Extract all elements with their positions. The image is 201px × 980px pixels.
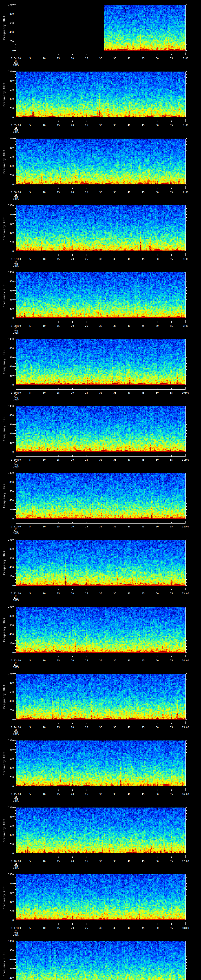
x-tick-label: 45	[142, 124, 145, 126]
y-minor-tick-left	[15, 695, 16, 695]
x-major-tick	[44, 54, 45, 55]
spectrogram-panel-10800: 02004006008001000Frequency (Hz)1:08:0051…	[0, 267, 201, 334]
y-minor-tick-left	[15, 819, 16, 820]
y-tick-label: 0	[3, 584, 14, 587]
y-axis-left	[16, 138, 16, 185]
x-tick-label: 25	[85, 124, 88, 126]
x-major-tick	[171, 455, 172, 457]
y-major-tick-left	[14, 701, 16, 701]
x-tick-label: 20	[71, 726, 74, 729]
y-minor-tick-left	[15, 676, 16, 677]
y-major-tick-right	[186, 701, 187, 701]
y-tick-label: 200	[3, 442, 14, 444]
y-minor-tick-left	[15, 829, 16, 829]
x-tick-label: 40	[128, 57, 130, 60]
x-tick-label: 25	[85, 860, 88, 862]
y-minor-tick-left	[15, 914, 16, 914]
y-minor-tick-right	[186, 497, 187, 498]
y-major-tick-right	[186, 682, 187, 683]
x-tick-label: 25	[85, 191, 88, 194]
y-minor-tick-right	[186, 245, 187, 245]
y-minor-tick-right	[186, 765, 187, 765]
x-tick-label: 35	[113, 191, 116, 194]
y-minor-tick-right	[186, 552, 187, 552]
y-axis-left	[16, 874, 16, 920]
spectrogram-heatmap	[16, 941, 185, 980]
y-minor-tick-right	[186, 8, 187, 8]
y-minor-tick-left	[15, 217, 16, 218]
x-end-tick	[185, 253, 186, 256]
x-major-tick	[44, 522, 45, 523]
x-tick-label: 30	[99, 258, 102, 260]
x-tick-label: 55	[170, 258, 173, 260]
x-tick-label: 30	[99, 325, 102, 327]
y-minor-tick-left	[15, 38, 16, 38]
x-tick-label: 50	[156, 191, 159, 194]
x-tick-label: 5	[29, 191, 30, 194]
x-major-tick	[72, 789, 73, 791]
y-minor-tick-left	[15, 780, 16, 780]
y-axis-right	[185, 406, 186, 452]
y-minor-tick-left	[15, 211, 16, 212]
y-tick-label: 800	[3, 682, 14, 684]
y-major-tick-left	[14, 835, 16, 835]
x-tick-label: 50	[156, 793, 159, 795]
x-tick-label: 20	[71, 459, 74, 461]
date-label: 15 Aug 2015	[9, 595, 23, 601]
x-tick-label: 25	[85, 57, 88, 60]
y-minor-tick-left	[15, 26, 16, 26]
x-tick-label: 55	[170, 927, 173, 929]
y-minor-tick-left	[15, 430, 16, 431]
spectrogram-heatmap	[16, 874, 185, 920]
y-minor-tick-left	[15, 369, 16, 370]
y-minor-tick-right	[186, 315, 187, 315]
x-axis-line	[16, 657, 185, 657]
x-major-tick	[72, 589, 73, 590]
y-major-tick-right	[186, 14, 187, 14]
y-axis-title: Frequency (Hz)	[3, 417, 6, 441]
y-tick-label: 1000	[3, 873, 14, 875]
x-end-time-label: 6:00	[183, 124, 188, 126]
y-minor-tick-left	[15, 296, 16, 297]
y-tick-label: 200	[3, 241, 14, 243]
y-minor-tick-right	[186, 756, 187, 756]
x-tick-label: 25	[85, 525, 88, 528]
y-tick-label: 200	[3, 375, 14, 377]
x-major-tick	[171, 388, 172, 390]
y-major-tick-left	[14, 157, 16, 157]
y-tick-label: 200	[3, 174, 14, 177]
y-minor-tick-left	[15, 275, 16, 275]
y-axis-left	[16, 406, 16, 452]
y-tick-label: 0	[3, 785, 14, 788]
y-minor-tick-left	[15, 163, 16, 163]
x-major-tick	[44, 923, 45, 925]
x-tick-label: 45	[142, 659, 145, 662]
x-major-tick	[72, 856, 73, 858]
x-major-tick	[157, 255, 158, 256]
x-tick-label: 45	[142, 191, 145, 194]
y-minor-tick-left	[15, 947, 16, 947]
y-minor-tick-right	[186, 163, 187, 163]
spectrogram-panel-11200: 02004006008001000Frequency (Hz)1:12:0051…	[0, 535, 201, 602]
y-tick-label: 0	[3, 919, 14, 921]
x-end-tick	[185, 186, 186, 189]
x-tick-label: 50	[156, 659, 159, 662]
y-major-tick-left	[14, 911, 16, 911]
y-minor-tick-right	[186, 382, 187, 382]
y-tick-label: 0	[3, 250, 14, 253]
x-end-tick	[185, 119, 186, 122]
y-axis-title: Frequency (Hz)	[3, 283, 6, 307]
y-tick-label: 0	[3, 116, 14, 119]
x-major-tick	[44, 589, 45, 590]
spectrogram-heatmap	[16, 540, 185, 585]
y-major-tick-left	[14, 749, 16, 750]
y-tick-label: 0	[3, 49, 14, 52]
date-label: 15 Aug 2015	[9, 863, 23, 869]
y-minor-tick-right	[186, 679, 187, 680]
y-minor-tick-right	[186, 646, 187, 647]
x-tick-label: 15	[57, 191, 60, 194]
y-minor-tick-right	[186, 640, 187, 641]
spectrogram-heatmap	[16, 740, 185, 786]
x-tick-label: 25	[85, 927, 88, 929]
y-minor-tick-left	[15, 363, 16, 364]
